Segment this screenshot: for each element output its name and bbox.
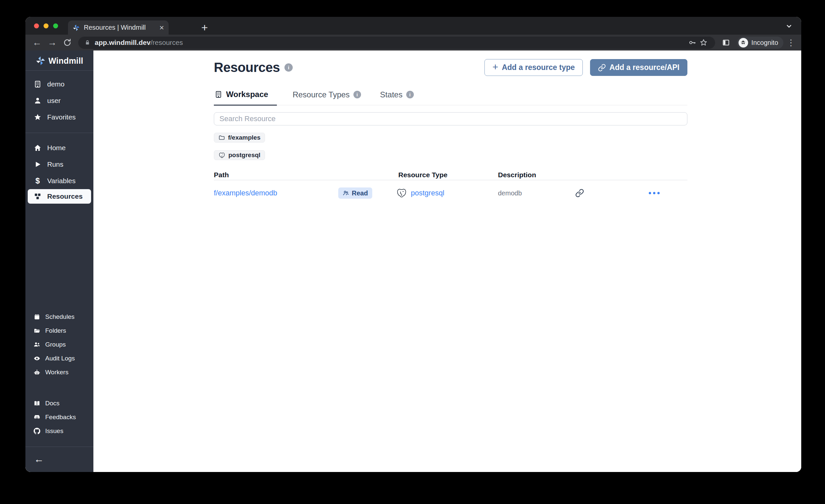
copy-link-icon[interactable] [575,189,584,198]
folder-open-icon [33,328,41,334]
main-content: Resources i + Add a resource type [93,51,801,472]
sidebar-item-label: Folders [45,327,66,334]
tab-resource-types[interactable]: Resource Types i [292,88,364,105]
sidebar-item-user[interactable]: user [25,92,93,109]
sidebar-item-home[interactable]: Home [25,140,93,156]
mac-minimize-button[interactable] [44,23,49,28]
sidebar-item-variables[interactable]: $ Variables [25,172,93,189]
permission-badge: Read [338,188,372,199]
bookmark-star-icon[interactable] [698,39,709,47]
sidebar-item-label: Home [47,144,66,152]
sidebar-item-label: Feedbacks [45,414,76,421]
boxes-icon [33,193,42,200]
sidebar-item-label: user [47,97,61,104]
sidebar-item-feedbacks[interactable]: Feedbacks [25,410,93,424]
sidebar-item-label: Issues [45,427,63,435]
person-icon [33,97,42,104]
traffic-lights [34,23,58,28]
sidebar-item-issues[interactable]: Issues [25,424,93,438]
column-header-resource-type: Resource Type [398,171,447,179]
table-row: f/examples/demodb Read [214,180,687,206]
tab-workspace[interactable]: Workspace [214,88,277,105]
url-host: app.windmill.dev [95,39,150,47]
search-input[interactable] [214,112,687,126]
sidebar-item-label: Docs [45,400,59,407]
github-icon [33,428,41,434]
sidebar-item-favorites[interactable]: Favorites [25,109,93,126]
filter-chip-folder[interactable]: f/examples [214,133,265,143]
title-info-icon[interactable]: i [285,63,293,72]
sidebar-item-label: Runs [47,160,63,168]
forward-icon[interactable]: → [46,36,58,49]
browser-window: Resources | Windmill × + ← → app.windmil… [25,17,801,472]
resource-description: demodb [498,190,522,197]
browser-toolbar: ← → app.windmill.dev/resources [25,34,801,51]
sidebar-item-groups[interactable]: Groups [25,338,93,352]
folder-icon [218,134,225,141]
windmill-brand[interactable]: Windmill [25,51,93,70]
tab-states[interactable]: States i [379,88,417,105]
states-info-icon[interactable]: i [406,91,414,98]
building-icon [215,90,222,98]
browser-menu-icon[interactable]: ⋮ [786,38,796,48]
mac-maximize-button[interactable] [53,23,58,28]
sidebar-item-workspace-demo[interactable]: demo [25,76,93,92]
resource-types-info-icon[interactable]: i [354,91,361,98]
calendar-icon [33,313,41,320]
postgres-icon [218,152,225,159]
brand-label: Windmill [49,56,83,66]
side-panel-icon[interactable] [720,36,732,49]
row-actions-menu-icon[interactable] [649,192,660,195]
chevron-down-icon[interactable] [785,22,793,30]
users-icon [343,190,349,196]
collapse-sidebar-icon[interactable]: ← [34,454,44,464]
sidebar-item-docs[interactable]: Docs [25,397,93,410]
column-header-path: Path [214,171,229,179]
sidebar-item-resources[interactable]: Resources [28,189,91,204]
sidebar-item-folders[interactable]: Folders [25,324,93,338]
link-icon [598,64,606,72]
home-icon [33,144,42,152]
sidebar: Windmill [25,51,93,472]
plus-icon: + [493,62,498,72]
mac-close-button[interactable] [34,23,39,28]
sidebar-item-label: Resources [47,193,82,200]
sidebar-item-label: Variables [47,177,76,185]
robot-icon [33,369,41,376]
add-resource-api-button[interactable]: Add a resource/API [590,59,687,76]
close-tab-icon[interactable]: × [159,24,164,32]
star-icon [33,113,42,121]
book-icon [33,400,41,407]
incognito-label: Incognito [751,39,778,47]
tab-strip: Resources | Windmill × + [25,17,801,34]
password-key-icon[interactable] [687,39,698,47]
address-bar[interactable]: app.windmill.dev/resources [78,37,715,49]
browser-tab[interactable]: Resources | Windmill × [68,20,169,34]
postgres-icon [396,188,407,199]
reload-icon[interactable] [61,36,74,49]
resource-path-link[interactable]: f/examples/demodb [214,189,277,197]
sidebar-item-audit-logs[interactable]: Audit Logs [25,352,93,365]
sidebar-item-label: Audit Logs [45,355,75,362]
windmill-favicon-icon [73,24,80,31]
new-tab-button[interactable]: + [198,21,211,34]
back-icon[interactable]: ← [31,36,43,49]
resource-type-link[interactable]: postgresql [411,189,445,197]
sidebar-item-label: demo [47,80,65,88]
play-icon [33,161,42,168]
sidebar-item-runs[interactable]: Runs [25,156,93,172]
column-header-description: Description [498,171,536,179]
dollar-icon: $ [33,176,42,186]
filter-chip-postgresql[interactable]: postgresql [214,150,265,160]
add-resource-type-button[interactable]: + Add a resource type [484,59,583,76]
windmill-logo-icon [35,56,46,66]
building-icon [33,80,42,88]
page-title: Resources [214,60,280,75]
sidebar-item-schedules[interactable]: Schedules [25,310,93,324]
incognito-badge: Incognito [737,37,783,49]
sidebar-item-label: Workers [45,369,68,376]
discord-icon [33,414,41,421]
lock-icon [84,39,91,46]
sidebar-item-label: Favorites [47,113,76,121]
sidebar-item-workers[interactable]: Workers [25,365,93,379]
